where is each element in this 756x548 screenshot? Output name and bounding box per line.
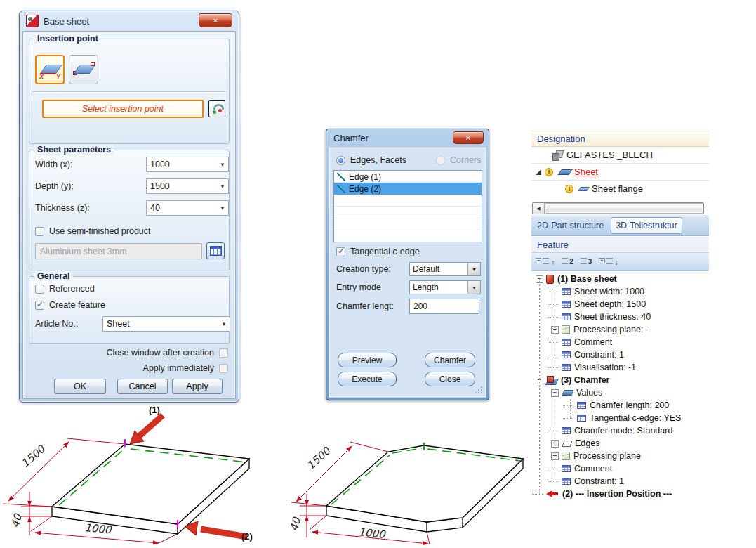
chevron-down-icon[interactable]: ▼ — [217, 205, 228, 211]
tree-expander-icon[interactable] — [551, 288, 559, 296]
chamfer-dialog: Chamfer Edges, Facets Corners Edge (1) E… — [326, 129, 489, 400]
close-after-creation-checkbox[interactable] — [219, 348, 228, 358]
expanded-caret-icon[interactable] — [536, 169, 541, 175]
feature-tree-item[interactable]: − (1) Base sheet — [531, 273, 709, 285]
referenced-checkbox[interactable] — [35, 285, 44, 294]
tree-level-2-icon[interactable]: 2 — [561, 257, 574, 267]
apply-button[interactable]: Apply — [172, 379, 223, 394]
tree-expander-icon[interactable] — [551, 313, 559, 321]
edge-list[interactable]: Edge (1) Edge (2) — [333, 170, 482, 242]
scroll-left-icon[interactable]: ◀ — [533, 203, 545, 214]
part-structure-list: GEFASTES _BLECH Sheet Sheet flange — [531, 147, 709, 197]
tree-expander-icon[interactable] — [551, 427, 559, 435]
preview-button[interactable]: Preview — [338, 353, 397, 367]
chevron-down-icon[interactable]: ▼ — [467, 281, 480, 294]
tree-expander-icon[interactable] — [551, 465, 559, 473]
part-structure-row[interactable]: Sheet flange — [531, 181, 709, 197]
feature-tree-item[interactable]: Chamfer mode: Standard — [531, 424, 709, 437]
part-structure-row[interactable]: Sheet — [531, 164, 709, 181]
sheet-icon — [557, 169, 573, 175]
chevron-down-icon[interactable]: ▼ — [217, 162, 228, 168]
tree-expander-icon[interactable] — [551, 301, 559, 308]
thickness-combobox[interactable]: 40 ▼ — [146, 200, 229, 216]
edge-list-item[interactable]: Edge (2) — [334, 183, 482, 195]
feature-tree-item[interactable]: − (3) Chamfer — [531, 374, 709, 386]
insertion-mode-corner-button[interactable] — [69, 55, 98, 84]
tree-expander-icon[interactable] — [551, 364, 559, 372]
depth-combobox[interactable]: 1500▼ — [146, 178, 229, 194]
tree-expander-icon[interactable] — [566, 402, 574, 410]
corners-radio[interactable] — [436, 156, 445, 165]
chamfer-length-input[interactable]: 200 — [409, 299, 479, 314]
feature-tree-item[interactable]: Sheet thickness: 40 — [531, 311, 709, 323]
creation-type-combobox[interactable]: Default ▼ — [409, 262, 481, 276]
tree-expand-all-icon[interactable] — [598, 257, 618, 267]
chevron-down-icon[interactable]: ▼ — [217, 183, 228, 190]
base-sheet-dialog: Base sheet Insertion point Select insert… — [19, 11, 239, 403]
resize-grip[interactable] — [475, 386, 483, 394]
edge-label: Edge (2) — [349, 184, 381, 194]
tree-expander-icon[interactable] — [551, 339, 559, 346]
insertion-mode-xy-button[interactable] — [35, 55, 65, 84]
chamfer-button[interactable]: Chamfer — [425, 353, 475, 367]
create-feature-checkbox[interactable] — [35, 301, 44, 310]
part-structure-row[interactable]: GEFASTES _BLECH — [531, 147, 709, 164]
feature-tree-item[interactable]: Chamfer length: 200 — [531, 399, 709, 412]
execute-button[interactable]: Execute — [338, 372, 397, 386]
feature-tree-item[interactable]: Constraint: 1 — [531, 475, 709, 488]
feature-tree-item[interactable]: (2) --- Insertion Position --- — [531, 488, 709, 500]
chevron-down-icon[interactable]: ▼ — [218, 321, 230, 327]
tangential-c-edge-checkbox[interactable] — [336, 247, 345, 256]
apply-immediately-label: Apply immediately — [143, 363, 214, 373]
tree-expander-icon[interactable] — [566, 415, 574, 422]
table-icon — [577, 415, 586, 422]
width-combobox[interactable]: 1000▼ — [146, 157, 229, 172]
depth-label: Depth (y): — [35, 181, 74, 191]
entry-mode-combobox[interactable]: Length ▼ — [409, 280, 481, 294]
list-glyph — [606, 258, 613, 266]
feature-tree-item[interactable]: + Processing plane — [531, 450, 709, 462]
warning-icon — [565, 185, 573, 193]
feature-tree-item[interactable]: Sheet depth: 1500 — [531, 298, 709, 311]
edge-icon — [337, 173, 345, 181]
feature-tree-item[interactable]: Comment — [531, 462, 709, 475]
apply-immediately-checkbox[interactable] — [219, 364, 228, 373]
feature-tree-item[interactable]: Tangential c-edge: YES — [531, 412, 709, 424]
tree-collapse-all-icon[interactable] — [535, 257, 555, 267]
close-icon[interactable] — [199, 13, 232, 27]
scrollbar-thumb[interactable] — [545, 203, 703, 214]
close-icon[interactable] — [453, 131, 484, 144]
chevron-down-icon[interactable]: ▼ — [467, 263, 480, 275]
article-no-combobox[interactable]: Sheet▼ — [102, 316, 230, 332]
svg-text:(1): (1) — [149, 405, 160, 415]
catalogue-button[interactable] — [206, 242, 225, 259]
table-icon — [562, 478, 571, 485]
designation-header: Designation — [531, 131, 709, 147]
structure-tab[interactable]: 2D-Part structure — [533, 218, 608, 233]
ok-button[interactable]: OK — [54, 379, 106, 394]
feature-tree-item[interactable]: Constraint: 1 — [531, 348, 709, 361]
feature-tree-item[interactable]: Comment — [531, 336, 709, 348]
horizontal-scrollbar[interactable]: ◀ — [532, 202, 704, 214]
select-insertion-point-button[interactable]: Select insertion point — [42, 100, 204, 118]
close-button[interactable]: Close — [425, 372, 475, 386]
assembly-icon — [552, 150, 563, 160]
feature-tree-item[interactable]: + Edges — [531, 437, 709, 450]
svg-text:40: 40 — [8, 512, 25, 530]
table-icon — [562, 313, 571, 320]
feature-tree-item[interactable]: Visualisation: -1 — [531, 361, 709, 374]
structure-tab[interactable]: 3D-Teilestruktur — [611, 217, 682, 234]
referenced-label: Referenced — [49, 284, 95, 294]
cancel-button[interactable]: Cancel — [117, 379, 168, 394]
group-divider — [32, 91, 226, 93]
tree-level-3-icon[interactable]: 3 — [580, 257, 593, 267]
point-options-button[interactable] — [208, 100, 225, 117]
feature-tree-item[interactable]: + Processing plane: - — [531, 323, 709, 336]
tree-expander-icon[interactable] — [551, 351, 559, 359]
tree-expander-icon[interactable] — [551, 478, 559, 485]
edges-facets-radio[interactable] — [336, 156, 345, 165]
edge-list-item[interactable]: Edge (1) — [334, 171, 482, 183]
feature-tree-item[interactable]: Sheet width: 1000 — [531, 285, 709, 298]
feature-tree-item[interactable]: − Values — [531, 386, 709, 399]
use-semi-finished-checkbox[interactable] — [35, 227, 44, 236]
